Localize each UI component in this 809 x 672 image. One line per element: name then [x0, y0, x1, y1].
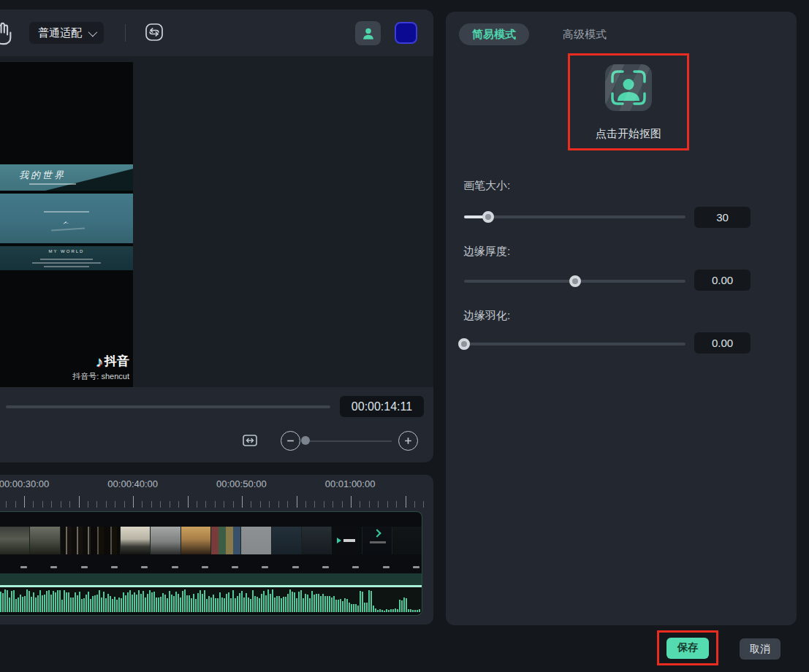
- waveform-bar: [77, 595, 78, 612]
- waveform-bar: [322, 594, 324, 612]
- ruler-tick: [278, 501, 279, 508]
- timecode-value: 00:00:14:11: [352, 400, 412, 413]
- waveform-bar: [72, 597, 74, 612]
- ruler-tick: [151, 501, 152, 508]
- cancel-button[interactable]: 取消: [740, 638, 780, 660]
- waveform-bar: [66, 592, 67, 612]
- filmstrip-thumbnail: [362, 527, 392, 554]
- waveform-bar: [186, 595, 188, 612]
- waveform-bar: [239, 593, 240, 612]
- ruler-timecode-label: 00:00:50:00: [216, 478, 267, 489]
- waveform-bar: [121, 598, 122, 612]
- brush-size-slider-handle[interactable]: [482, 211, 494, 223]
- glass-streaks: [605, 64, 652, 111]
- filmstrip-thumbnail: [302, 527, 332, 554]
- save-button[interactable]: 保存: [666, 638, 709, 659]
- annotation-rect-save: 保存: [657, 630, 718, 665]
- timeline-clip[interactable]: [0, 511, 422, 616]
- audio-waveform: [0, 587, 422, 612]
- waveform-bar: [213, 595, 214, 612]
- tab-simple-mode[interactable]: 简易模式: [459, 23, 529, 45]
- background-color-swatch[interactable]: [395, 22, 417, 44]
- waveform-bar: [344, 598, 346, 612]
- waveform-bar: [31, 597, 32, 612]
- waveform-bar: [397, 609, 398, 612]
- waveform-bar: [46, 591, 48, 612]
- waveform-bar: [219, 592, 221, 612]
- fit-mode-dropdown[interactable]: 普通适配: [29, 22, 104, 44]
- waveform-bar: [408, 609, 409, 612]
- swap-refresh-button[interactable]: [143, 21, 165, 43]
- waveform-bar: [26, 589, 28, 612]
- zoom-in-button[interactable]: [398, 431, 418, 451]
- filmstrip-thumbnail: [332, 527, 362, 554]
- fit-timeline-button[interactable]: [241, 432, 259, 449]
- ruler-tick: [342, 501, 343, 508]
- ruler-timecode-label: 00:00:40:00: [107, 478, 158, 489]
- waveform-bar: [140, 594, 142, 612]
- waveform-bar: [410, 609, 411, 612]
- hand-pan-icon[interactable]: [0, 21, 15, 46]
- waveform-bar: [272, 589, 273, 612]
- waveform-bar: [351, 604, 352, 612]
- portrait-matting-toggle-button[interactable]: [355, 21, 381, 45]
- ruler-tick: [96, 501, 97, 508]
- waveform-bar: [226, 594, 227, 612]
- waveform-bar: [261, 594, 262, 612]
- ruler-tick: [33, 501, 34, 508]
- edge-feather-slider[interactable]: [464, 343, 685, 345]
- edge-feather-value[interactable]: 0.00: [694, 332, 751, 354]
- tab-advanced-mode[interactable]: 高级模式: [563, 28, 607, 42]
- waveform-bar: [0, 592, 1, 612]
- edge-thickness-slider-handle[interactable]: [569, 275, 581, 287]
- waveform-bar: [401, 600, 403, 612]
- waveform-bar: [200, 590, 201, 612]
- ruler-tick: [360, 501, 360, 508]
- ruler-tick: [324, 501, 324, 508]
- waveform-bar: [346, 599, 348, 612]
- waveform-bar: [263, 591, 265, 612]
- waveform-bar: [406, 598, 407, 612]
- waveform-bar: [33, 592, 34, 612]
- brush-size-slider[interactable]: [464, 215, 685, 218]
- waveform-bar: [184, 589, 186, 612]
- edge-thickness-slider[interactable]: [464, 280, 685, 283]
- video-band-title: MY WORLD: [0, 249, 133, 253]
- waveform-bar: [333, 596, 335, 612]
- waveform-bar: [392, 609, 394, 612]
- zoom-out-button[interactable]: [281, 431, 300, 451]
- waveform-bar: [103, 592, 105, 612]
- waveform-bar: [274, 597, 276, 612]
- edge-thickness-value[interactable]: 0.00: [694, 270, 751, 291]
- waveform-bar: [314, 595, 315, 612]
- waveform-bar: [377, 610, 379, 612]
- playback-seek-bar[interactable]: [6, 405, 330, 408]
- video-frame[interactable]: 我的世界 MY WORLD ♪ 抖音: [0, 62, 133, 387]
- waveform-bar: [232, 590, 234, 612]
- ruler-tick: [351, 496, 352, 508]
- ruler-tick: [61, 501, 61, 508]
- timeline-zoom-slider-handle[interactable]: [301, 436, 310, 445]
- matting-settings-panel: 简易模式 高级模式 点击开: [446, 12, 797, 625]
- edge-feather-slider-handle[interactable]: [458, 338, 470, 350]
- waveform-bar: [283, 597, 284, 612]
- ruler-tick: [333, 501, 333, 508]
- ruler-tick: [205, 501, 206, 508]
- ruler-tick: [406, 496, 406, 508]
- brush-size-value[interactable]: 30: [694, 207, 751, 228]
- timeline-zoom-slider-track[interactable]: [310, 440, 392, 442]
- ruler-tick: [124, 501, 125, 508]
- waveform-bar: [386, 609, 387, 612]
- ruler-tick: [6, 501, 7, 508]
- waveform-bar: [110, 596, 111, 612]
- ruler-tick: [170, 501, 170, 508]
- start-matting-button[interactable]: [605, 64, 652, 111]
- waveform-bar: [316, 594, 317, 612]
- swap-arrows-icon: [143, 21, 165, 43]
- logo-play-icon: [337, 538, 341, 543]
- thumbnail-watermark-speck: [111, 566, 118, 568]
- waveform-bar: [388, 610, 390, 612]
- waveform-bar: [215, 598, 216, 612]
- waveform-bar: [366, 603, 368, 612]
- waveform-bar: [116, 600, 118, 612]
